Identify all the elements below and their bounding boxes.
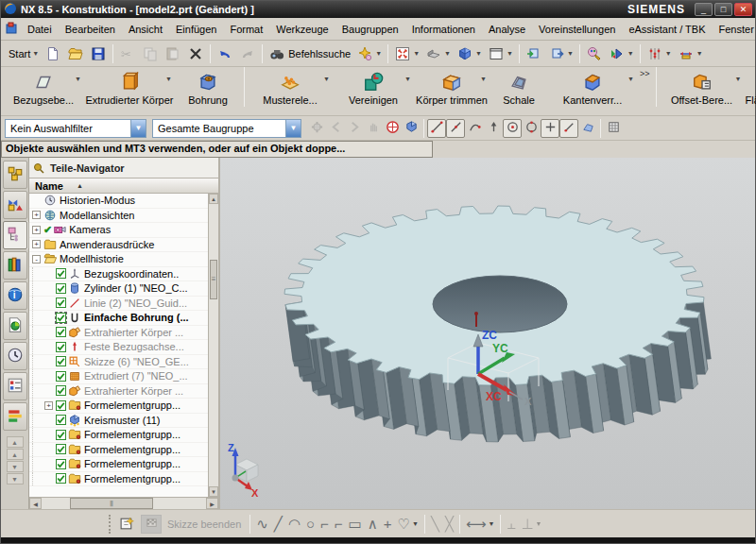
chamfer-button[interactable]: ⌐ [332, 513, 346, 535]
dropdown-caret-icon[interactable]: ▼ [413, 50, 420, 57]
play-button[interactable]: ▼ [606, 42, 637, 65]
chevron-down-icon[interactable]: ▼ [285, 120, 301, 137]
undo-button[interactable] [214, 42, 236, 65]
open-file-button[interactable] [64, 42, 87, 65]
auto-constrain-button[interactable]: ⊥▼ [519, 513, 545, 536]
collapse-icon[interactable]: - [32, 255, 41, 264]
scroll-down-icon[interactable]: ▼ [7, 473, 24, 484]
dropdown-caret-icon[interactable]: ▼ [627, 50, 634, 57]
toolbar-grip[interactable] [109, 515, 113, 534]
paste-button[interactable] [162, 42, 184, 65]
snap-curve-toggle[interactable] [465, 119, 484, 138]
dropdown-caret-icon[interactable]: ▼ [696, 50, 703, 57]
delete-face-button[interactable]: Fläche löschen▼ [745, 67, 756, 115]
ellipse-button[interactable]: ♡▼ [395, 513, 421, 536]
tree-vertical-scrollbar[interactable]: ▲ ▼ [208, 194, 218, 497]
tree-item[interactable]: Historien-Modus [29, 194, 208, 209]
menu-informationen[interactable]: Informationen [405, 21, 482, 38]
expand-icon[interactable]: + [32, 226, 41, 234]
tree-item[interactable]: Feste Bezugsachse... [29, 340, 208, 355]
chevron-down-icon[interactable]: ▼ [130, 120, 146, 137]
wizard-button[interactable]: ▼ [353, 42, 385, 65]
tree-item[interactable]: +✔Kameras [29, 223, 208, 238]
next-selection-button[interactable] [345, 119, 364, 138]
scroll-right-icon[interactable]: ▶ [206, 498, 218, 509]
feature-checkbox[interactable] [56, 430, 66, 440]
tree-horizontal-scrollbar[interactable]: ◀ ⦀ ▶ [29, 497, 218, 509]
feature-checkbox[interactable] [56, 400, 66, 411]
snap-point-toggle[interactable] [559, 119, 578, 138]
menu-werkzeuge[interactable]: Werkzeuge [269, 21, 335, 38]
save-button[interactable] [87, 42, 110, 65]
scroll-up-icon[interactable]: ▲ [209, 194, 218, 204]
constraint-navigator-tab[interactable] [3, 191, 27, 219]
dropdown-caret-icon[interactable]: ▼ [75, 76, 81, 82]
tree-item[interactable]: Formelementgrupp... [29, 428, 208, 443]
feature-checkbox[interactable] [56, 385, 66, 396]
part-navigator-tab[interactable] [3, 221, 27, 249]
datum-plane-button[interactable]: Bezugsebe...▼ [3, 67, 84, 115]
hd3d-tools-tab[interactable] [3, 312, 27, 340]
dropdown-caret-icon[interactable]: ▼ [475, 50, 482, 57]
finish-flag-button[interactable] [138, 512, 164, 536]
history-tab[interactable] [3, 342, 27, 370]
start-menu-button[interactable]: Start▼ [3, 45, 42, 62]
feature-checkbox[interactable] [56, 313, 66, 323]
scroll-down-icon[interactable]: ▼ [209, 486, 218, 497]
fit-view-button[interactable]: ▼ [391, 42, 422, 65]
dropdown-caret-icon[interactable]: ▼ [323, 76, 330, 82]
delete-button[interactable] [184, 42, 207, 65]
export-window-button[interactable] [523, 42, 545, 65]
reuse-library-tab[interactable] [3, 251, 27, 280]
copy-button[interactable] [139, 42, 162, 65]
dropdown-caret-icon[interactable]: ▼ [735, 76, 742, 82]
expand-icon[interactable]: + [44, 401, 53, 410]
menu-datei[interactable]: Datei [21, 21, 59, 38]
rectangle-button[interactable]: ▭ [346, 513, 365, 536]
dropdown-caret-icon[interactable]: ▼ [444, 50, 451, 57]
tree-item[interactable]: Extrudiert (7) "NEO_... [29, 369, 208, 384]
grid-button[interactable] [604, 119, 623, 138]
feature-checkbox[interactable] [56, 283, 66, 294]
quick-extend-button[interactable]: ╳ [442, 513, 456, 536]
dropdown-caret-icon[interactable]: ▼ [404, 76, 411, 82]
geometric-constraints-button[interactable]: ⫠ [504, 513, 518, 536]
feature-checkbox[interactable] [56, 356, 66, 366]
circle-button[interactable]: ○ [303, 513, 318, 535]
dropdown-caret-icon[interactable]: ▼ [507, 50, 513, 57]
maximize-button[interactable]: □ [714, 3, 732, 16]
extrude-button[interactable]: Extrudierter Körper▼ [84, 67, 175, 115]
dropdown-caret-icon[interactable]: ▼ [567, 50, 574, 57]
menu-format[interactable]: Format [223, 21, 269, 38]
dropdown-caret-icon[interactable]: ▼ [412, 520, 419, 527]
tree-item[interactable]: Extrahierter Körper ... [29, 326, 208, 341]
tree-item[interactable]: Linie (2) "NEO_Guid... [29, 297, 208, 312]
shell-button[interactable]: Schale [490, 67, 548, 115]
studio-spline-button[interactable]: ∧ [365, 513, 381, 536]
expand-icon[interactable]: + [32, 211, 41, 219]
tree-item[interactable]: +Modellansichten [29, 209, 208, 224]
line-button[interactable]: ╱ [271, 513, 285, 536]
dropdown-caret-icon[interactable]: ▼ [536, 520, 542, 527]
cut-button[interactable]: ✂ [116, 42, 139, 65]
feature-checkbox[interactable] [56, 459, 66, 469]
solid-cube-button[interactable] [402, 119, 421, 138]
scroll-down-icon[interactable]: ▼ [7, 461, 24, 472]
scrollbar-thumb[interactable]: ⦀ [70, 498, 153, 509]
selection-scope-combo[interactable]: Gesamte Baugruppe ▼ [152, 119, 301, 138]
graphics-viewport[interactable]: ZCYCXCXZX [220, 158, 755, 509]
name-column-header[interactable]: Name ▲ [29, 178, 218, 194]
unite-button[interactable]: Vereinigen▼ [333, 67, 414, 115]
dropdown-caret-icon[interactable]: ▼ [627, 76, 634, 82]
toolbar-overflow[interactable]: >> [637, 67, 653, 80]
tree-item[interactable]: Bezugskoordinaten.. [29, 267, 208, 282]
assembly-navigator-tab[interactable] [3, 161, 27, 189]
arc-button[interactable]: ◠ [285, 513, 303, 536]
minimize-button[interactable]: _ [695, 3, 713, 16]
tree-item[interactable]: Einfache Bohrung (... [29, 311, 208, 326]
feature-checkbox[interactable] [56, 415, 66, 425]
fillet-button[interactable]: ⌐ [318, 513, 332, 535]
tree-item[interactable]: Formelementgrupp... [29, 443, 208, 458]
snap-face-toggle[interactable] [578, 119, 597, 138]
menu-voreinstellungen[interactable]: Voreinstellungen [532, 21, 622, 38]
